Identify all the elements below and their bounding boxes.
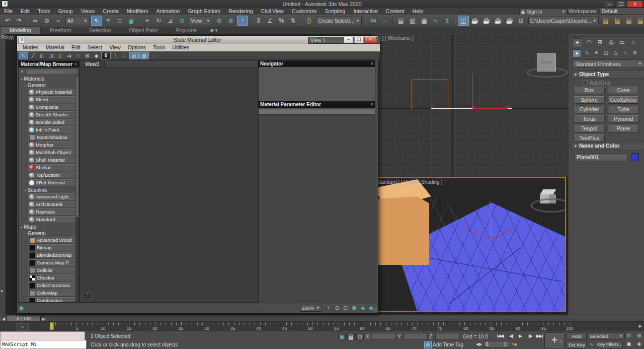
resize-grip[interactable] [373, 308, 377, 312]
browser-item-blend[interactable]: Blend [28, 96, 75, 103]
browser-group-scanline[interactable]: - Scanline [19, 187, 75, 193]
ribbon-tab-populate[interactable]: Populate [167, 27, 206, 34]
undo-button[interactable]: ↶ [2, 16, 13, 26]
create-tab[interactable]: + [573, 38, 582, 47]
object-type-tube[interactable]: Tube [608, 106, 639, 113]
ribbon-overflow-icon[interactable]: ◉ ▾ [210, 27, 217, 34]
sign-in-dropdown[interactable]: Sign In ▼ [519, 8, 568, 15]
spinner-snap-button[interactable]: ⇅ [288, 16, 299, 26]
modify-tab[interactable]: ◠ [585, 38, 593, 46]
name-color-rollout[interactable]: ▼Name and Color [571, 142, 644, 150]
browser-item-combustion[interactable]: Combustion [28, 297, 75, 302]
go-to-start-button[interactable]: |◀◀ [496, 332, 504, 339]
slate-lock-button[interactable]: ⊓ [74, 52, 83, 59]
menu-graph-editors[interactable]: Graph Editors [184, 8, 224, 15]
selection-lock-toggle[interactable] [347, 333, 355, 340]
slate-menu-edit[interactable]: Edit [68, 44, 84, 51]
browser-item-morpher[interactable]: Morpher [28, 142, 75, 149]
autogrid-checkbox[interactable] [583, 80, 588, 85]
parameter-editor-body[interactable] [258, 115, 375, 308]
browser-item-directx-shader[interactable]: DirectX Shader [28, 111, 75, 118]
bind-to-space-warp-button[interactable]: ≈ [53, 16, 64, 26]
snaps-toggle-button[interactable]: 3 [253, 16, 264, 26]
systems-category[interactable]: ⊚ [631, 49, 638, 56]
browser-item-checker[interactable]: Checker [28, 274, 75, 282]
browser-item-multi-sub-object[interactable]: Multi/Sub-Object [28, 149, 75, 156]
slate-show-shaded-material-button[interactable]: ◆ [92, 52, 101, 59]
shapes-category[interactable]: ∿ [583, 49, 591, 56]
use-pivot-center-button[interactable]: ⊕ [214, 16, 225, 26]
menu-civil-view[interactable]: Civil View [257, 8, 288, 15]
ribbon-tab-object-paint[interactable]: Object Paint [120, 27, 167, 34]
motion-tab[interactable]: ◎ [607, 38, 615, 46]
browser-item-blendedboxmap[interactable]: BlendedBoxMap [28, 252, 75, 259]
slate-select-button[interactable]: ↖ [19, 52, 28, 59]
slate-param-editor-toggle-button[interactable]: ▦ [139, 52, 149, 59]
object-type-box[interactable]: Box [574, 87, 605, 94]
select-by-name-button[interactable]: ≡ [103, 16, 114, 26]
browser-item-architectural[interactable]: Architectural [28, 201, 75, 208]
time-configuration-button[interactable]: ◔✱ [510, 341, 517, 347]
viewcube-ring[interactable] [531, 198, 566, 213]
select-object-button[interactable]: ↖ [91, 16, 102, 26]
slate-menu-utilities[interactable]: Utilities [169, 44, 193, 51]
previous-frame-button[interactable]: ◀| [507, 332, 515, 339]
project-folder-dropdown[interactable]: C:\Users\Casper\Documents\3ds Max 2020▼ [528, 17, 599, 25]
rendered-frame-window-button[interactable]: ☕ [481, 16, 492, 26]
menu-views[interactable]: Views [77, 8, 99, 15]
slate-menu-options[interactable]: Options [124, 44, 149, 51]
browser-group-materials[interactable]: - Materials [19, 76, 75, 82]
browser-item-matte-shadow[interactable]: Matte/Shadow [28, 134, 75, 141]
save-file-button[interactable]: ▤ [623, 16, 634, 26]
slate-assign-to-selection-button[interactable]: ◧ [38, 52, 46, 59]
menu-rendering[interactable]: Rendering [224, 8, 257, 15]
edit-named-sets-button[interactable]: {} [303, 16, 314, 26]
menu-customize[interactable]: Customize [288, 8, 321, 15]
import-file-button[interactable]: ▤ [635, 16, 644, 26]
close-icon[interactable]: × [370, 101, 373, 108]
browser-item-standard[interactable]: Standard [28, 216, 75, 223]
menu-file[interactable]: File [0, 8, 17, 15]
viewcube-ring[interactable] [527, 67, 568, 78]
ribbon-toggle-button[interactable]: ▦ [419, 16, 430, 26]
slate-layout-children-button[interactable]: ∴ [120, 52, 129, 59]
display-tab[interactable]: ▭ [618, 38, 626, 46]
align-button[interactable]: ⇔ [379, 16, 390, 26]
menu-group[interactable]: Group [54, 8, 77, 15]
browser-item-shell-material[interactable]: Shell Material [28, 157, 75, 164]
key-set-dropdown[interactable]: Selected ▼ [588, 332, 625, 340]
menu-scripting[interactable]: Scripting [321, 8, 350, 15]
browser-item-bitmap[interactable]: Bitmap [28, 244, 75, 251]
render-in-cloud-button[interactable]: ☕ [504, 16, 515, 26]
menu-create[interactable]: Create [99, 8, 123, 15]
slate-move-children-button[interactable]: ⇉ [65, 52, 73, 59]
key-mode-toggle-icon[interactable]: ◀▶ [476, 342, 482, 346]
isolate-selection-toggle[interactable]: ▣ [338, 333, 346, 340]
slate-zoom-extents-button[interactable]: ▣ [351, 305, 358, 311]
slate-material-editor-button[interactable]: ◫ [458, 16, 469, 26]
object-type-rollout[interactable]: ▼Object Type [571, 71, 644, 79]
select-and-place-button[interactable]: ⊙ [176, 16, 187, 26]
y-coordinate-field[interactable] [404, 333, 428, 340]
render-setup-button[interactable]: ☕ [469, 16, 480, 26]
track-bar[interactable]: ∿ ▶ 051015202530354045505560657075808590… [0, 321, 644, 332]
utilities-tab[interactable]: ⌂ [629, 38, 637, 46]
named-sets-dropdown[interactable]: Create Selection Se▼ [316, 17, 362, 25]
navigator-header[interactable]: Navigator × [258, 60, 375, 67]
view-navigator-thumb-icon[interactable]: ⠿ [83, 292, 91, 299]
slate-put-to-library-button[interactable]: ◨ [47, 52, 55, 59]
viewport-front-wireframe[interactable]: ard ] [ Wireframe ] FRONT [371, 34, 574, 177]
slate-delete-button[interactable]: ▯ [56, 52, 64, 59]
play-button[interactable]: ▶ [516, 332, 524, 339]
auto-key-button[interactable]: Auto Key [567, 332, 587, 340]
browser-item-shellac[interactable]: Shellac [28, 164, 75, 171]
selection-region-button[interactable]: □ [114, 16, 125, 26]
slate-zoom-extents-selected-button[interactable]: ◈ [359, 305, 366, 311]
select-and-manipulate-button[interactable]: ⊛ [225, 16, 236, 26]
slate-zoom-dropdown[interactable]: 100% ▼ [300, 305, 322, 312]
slate-menu-select[interactable]: Select [84, 44, 106, 51]
browser-item-composite[interactable]: Composite [28, 104, 75, 111]
geometry-category[interactable]: ● [573, 49, 581, 57]
layer-explorer-button[interactable]: ▥ [407, 16, 418, 26]
absolute-mode-toggle[interactable]: ⊡ [356, 333, 364, 340]
